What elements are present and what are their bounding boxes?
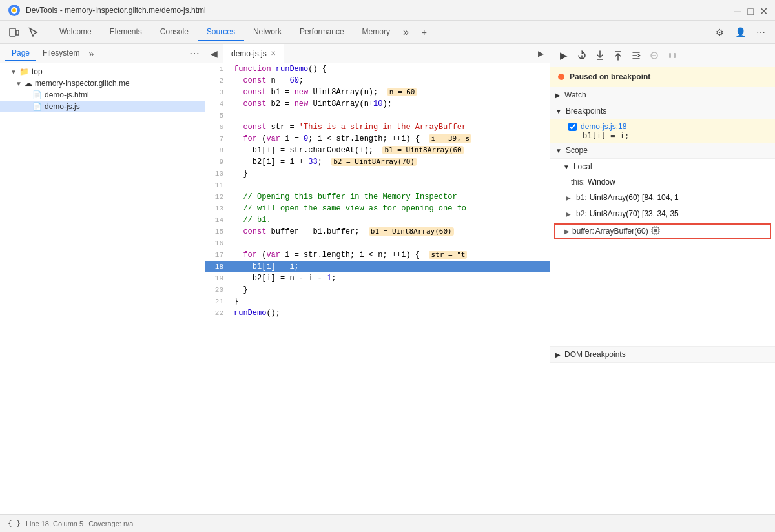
tree-label-html: demo-js.html bbox=[45, 90, 89, 99]
breakpoint-item: demo-js.js:18 b1[i] = i; bbox=[550, 119, 775, 143]
breakpoint-checkbox[interactable] bbox=[568, 123, 577, 131]
tab-elements[interactable]: Elements bbox=[101, 23, 151, 41]
file-icon-html: 📄 bbox=[32, 90, 42, 99]
tree-item-top[interactable]: ▼ 📁 top bbox=[0, 66, 205, 77]
sidebar-tabs: Page Filesystem » ⋯ bbox=[0, 44, 205, 63]
breakpoint-file[interactable]: demo-js.js:18 bbox=[581, 122, 626, 131]
svg-rect-15 bbox=[654, 229, 657, 232]
status-braces: { } bbox=[8, 519, 21, 527]
debug-panel: Paused on breakpoint ▶ Watch ▼ Breakpoin… bbox=[550, 67, 775, 514]
code-line-11: 11 bbox=[205, 179, 550, 191]
svg-point-2 bbox=[12, 8, 16, 12]
code-line-15: 15 const buffer = b1.buffer; b1 = Uint8A… bbox=[205, 226, 550, 238]
tab-sources[interactable]: Sources bbox=[198, 23, 244, 41]
editor-fwd-button[interactable]: ▶ bbox=[532, 44, 550, 63]
sidebar-tab-filesystem[interactable]: Filesystem bbox=[36, 46, 86, 61]
step-out-button[interactable] bbox=[610, 47, 626, 64]
code-line-13: 13 // will open the same view as for ope… bbox=[205, 203, 550, 214]
dom-breakpoints-section: ▶ DOM Breakpoints bbox=[550, 346, 775, 363]
memory-chip-icon bbox=[651, 226, 660, 236]
device-toolbar-button[interactable] bbox=[5, 23, 23, 41]
tab-memory[interactable]: Memory bbox=[353, 23, 399, 41]
code-line-14: 14 // b1. bbox=[205, 214, 550, 226]
sidebar-more-tabs[interactable]: » bbox=[86, 48, 96, 59]
paused-label: Paused on breakpoint bbox=[570, 72, 650, 81]
paused-banner: Paused on breakpoint bbox=[550, 67, 775, 87]
local-arrow: ▼ bbox=[563, 163, 570, 170]
sidebar-tab-page[interactable]: Page bbox=[5, 46, 36, 61]
code-line-16: 16 bbox=[205, 238, 550, 249]
editor-tab-close[interactable]: ✕ bbox=[271, 50, 276, 57]
dom-bp-label: DOM Breakpoints bbox=[564, 350, 626, 359]
more-options-button[interactable]: ⋯ bbox=[752, 23, 770, 41]
code-line-10: 10 } bbox=[205, 168, 550, 179]
scope-item-b1[interactable]: ▶ b1: Uint8Array(60) [84, 104, 1 bbox=[550, 190, 775, 206]
menubar-left-icons bbox=[5, 23, 43, 41]
right-panel: ▶ Paused on breakpoi bbox=[550, 44, 775, 514]
statusbar-left: { } Line 18, Column 5 Coverage: n/a bbox=[8, 519, 133, 527]
tab-network[interactable]: Network bbox=[244, 23, 291, 41]
scope-section-header[interactable]: ▼ Scope bbox=[550, 143, 775, 159]
inspect-button[interactable] bbox=[25, 23, 43, 41]
breakpoints-arrow: ▼ bbox=[555, 108, 562, 115]
close-button[interactable]: ✕ bbox=[760, 6, 767, 14]
tree-item-html[interactable]: 📄 demo-js.html bbox=[0, 89, 205, 101]
editor-back-button[interactable]: ◀ bbox=[205, 44, 223, 63]
new-tab-button[interactable]: + bbox=[415, 23, 433, 41]
code-line-18: 18 b1[i] = i; bbox=[205, 261, 550, 272]
tree-item-js[interactable]: 📄 demo-js.js bbox=[0, 101, 205, 112]
file-tree: ▼ 📁 top ▼ ☁ memory-inspector.glitch.me 📄… bbox=[0, 63, 205, 514]
settings-button[interactable]: ⚙ bbox=[710, 23, 728, 41]
code-line-9: 9 b2[i] = i + 33; b2 = Uint8Array(70) bbox=[205, 156, 550, 168]
sidebar-options[interactable]: ⋯ bbox=[189, 47, 200, 59]
watch-arrow: ▶ bbox=[555, 92, 561, 99]
step-over-button[interactable] bbox=[574, 47, 590, 64]
editor-tab-active[interactable]: demo-js.js ✕ bbox=[223, 44, 284, 63]
code-line-3: 3 const b1 = new Uint8Array(n); n = 60 bbox=[205, 87, 550, 98]
tree-item-domain[interactable]: ▼ ☁ memory-inspector.glitch.me bbox=[0, 77, 205, 89]
dom-breakpoints-header[interactable]: ▶ DOM Breakpoints bbox=[550, 347, 775, 363]
devtools-icon bbox=[8, 4, 21, 17]
tree-arrow-top: ▼ bbox=[10, 68, 19, 76]
code-line-21: 21 } bbox=[205, 296, 550, 307]
code-line-20: 20 } bbox=[205, 284, 550, 296]
scope-item-buffer[interactable]: ▶ buffer: ArrayBuffer(60) bbox=[554, 223, 771, 239]
code-content[interactable]: 1 function runDemo() { 2 const n = 60; 3… bbox=[205, 63, 550, 514]
status-coverage: Coverage: n/a bbox=[88, 520, 133, 527]
buffer-expand-arrow: ▶ bbox=[564, 228, 570, 235]
maximize-button[interactable]: □ bbox=[747, 6, 754, 14]
tab-performance[interactable]: Performance bbox=[291, 23, 353, 41]
breakpoint-code: b1[i] = i; bbox=[568, 131, 767, 140]
file-icon-js: 📄 bbox=[32, 102, 42, 111]
local-section-header[interactable]: ▼ Local bbox=[550, 159, 775, 174]
buffer-label: buffer: bbox=[572, 227, 594, 236]
scope-item-this: this: Window bbox=[550, 174, 775, 190]
editor-tab-bar: ◀ demo-js.js ✕ ▶ bbox=[205, 44, 550, 63]
editor-tab-label: demo-js.js bbox=[231, 49, 267, 58]
more-tabs-button[interactable]: » bbox=[399, 26, 413, 38]
watch-section-header[interactable]: ▶ Watch bbox=[550, 87, 775, 103]
deactivate-button[interactable] bbox=[646, 47, 663, 64]
code-line-22: 22 runDemo(); bbox=[205, 307, 550, 319]
breakpoints-label: Breakpoints bbox=[566, 107, 606, 116]
account-button[interactable]: 👤 bbox=[731, 23, 749, 41]
scope-item-b2[interactable]: ▶ b2: Uint8Array(70) [33, 34, 35 bbox=[550, 206, 775, 222]
code-editor: ◀ demo-js.js ✕ ▶ 1 function runDemo() { … bbox=[205, 44, 550, 514]
resume-button[interactable]: ▶ bbox=[555, 47, 572, 64]
tab-welcome[interactable]: Welcome bbox=[50, 23, 101, 41]
local-label: Local bbox=[574, 162, 592, 171]
step-button[interactable] bbox=[628, 47, 645, 64]
step-into-button[interactable] bbox=[592, 47, 608, 64]
tree-label-top: top bbox=[32, 67, 43, 76]
code-line-1: 1 function runDemo() { bbox=[205, 63, 550, 75]
cloud-icon: ☁ bbox=[25, 79, 32, 88]
breakpoints-section-header[interactable]: ▼ Breakpoints bbox=[550, 103, 775, 119]
pause-exceptions-button[interactable] bbox=[664, 47, 681, 64]
code-line-7: 7 for (var i = 0; i < str.length; ++i) {… bbox=[205, 133, 550, 145]
minimize-button[interactable]: ─ bbox=[734, 6, 741, 14]
scope-label: Scope bbox=[566, 146, 588, 155]
titlebar: DevTools - memory-inspector.glitch.me/de… bbox=[0, 0, 775, 21]
tab-console[interactable]: Console bbox=[151, 23, 198, 41]
menubar: Welcome Elements Console Sources Network… bbox=[0, 21, 775, 44]
code-line-6: 6 const str = 'This is a string in the A… bbox=[205, 121, 550, 133]
